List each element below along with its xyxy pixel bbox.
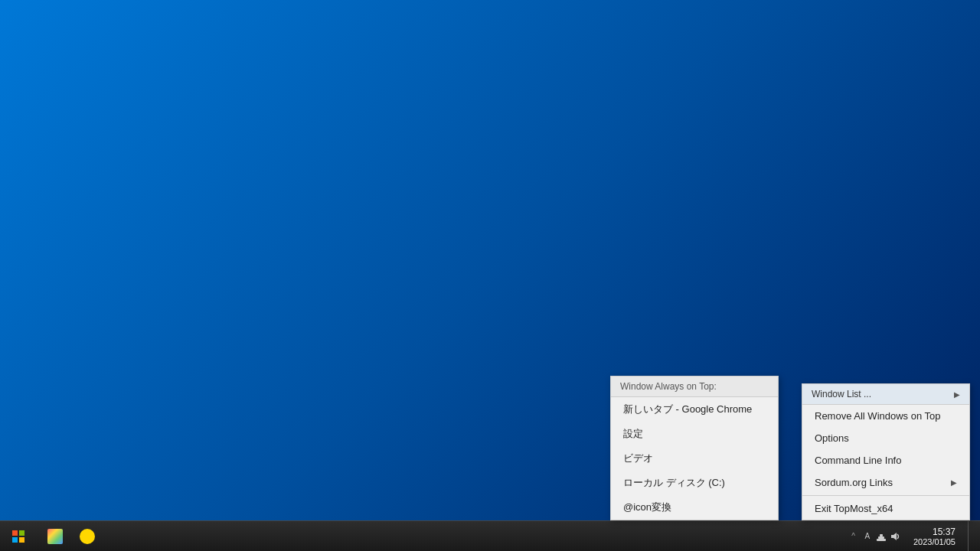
sordum-submenu-arrow: ▶ xyxy=(951,478,957,487)
svg-rect-2 xyxy=(880,534,883,536)
desktop: Window Always on Top: 新しいタブ - Google Chr… xyxy=(0,0,980,551)
menu-item-command-line-info[interactable]: Command Line Info xyxy=(802,449,969,471)
notification-area: A xyxy=(861,530,901,543)
taskbar-items xyxy=(37,521,845,551)
menu-item-icon-converter[interactable]: @icon変換 xyxy=(611,495,778,520)
start-icon-green xyxy=(19,530,24,536)
taskbar-app-item-yellow[interactable] xyxy=(72,523,103,550)
start-icon-yellow xyxy=(19,537,24,543)
colorful-app-icon xyxy=(47,529,63,544)
start-icon-red xyxy=(12,530,18,536)
menu-item-exit[interactable]: Exit TopMost_x64 xyxy=(802,497,969,520)
clock-time: 15:37 xyxy=(933,527,956,537)
menu-item-sordum-links[interactable]: Sordum.org Links ▶ xyxy=(802,471,969,494)
system-tray: ^ A 15:37 xyxy=(845,521,980,552)
windows-logo-icon xyxy=(12,530,24,543)
start-icon-blue xyxy=(12,537,18,543)
start-button[interactable] xyxy=(0,521,37,552)
right-menu-header-label: Window List ... xyxy=(812,389,871,399)
menu-item-localdisk[interactable]: ローカル ディスク (C:) xyxy=(611,471,778,495)
svg-marker-3 xyxy=(891,533,897,540)
menu-divider xyxy=(802,495,969,496)
tray-chevron-icon[interactable]: ^ xyxy=(851,532,855,540)
system-clock[interactable]: 15:37 2023/01/05 xyxy=(907,527,962,546)
menu-item-remove-all[interactable]: Remove All Windows on Top xyxy=(802,405,969,427)
yellow-app-icon xyxy=(80,529,95,544)
right-menu-header: Window List ... ▶ xyxy=(802,384,969,405)
menu-item-options[interactable]: Options xyxy=(802,427,969,449)
svg-rect-1 xyxy=(878,536,884,539)
menu-item-settings[interactable]: 設定 xyxy=(611,422,778,446)
taskbar: ^ A 15:37 xyxy=(0,520,980,551)
menu-item-video[interactable]: ビデオ xyxy=(611,446,778,471)
left-menu-header: Window Always on Top: xyxy=(611,377,778,397)
show-desktop-button[interactable] xyxy=(968,521,974,552)
menu-item-chrome[interactable]: 新しいタブ - Google Chrome xyxy=(611,397,778,422)
tray-volume-icon[interactable] xyxy=(889,530,901,543)
tray-keyboard-icon[interactable]: A xyxy=(861,530,874,543)
left-context-menu: Window Always on Top: 新しいタブ - Google Chr… xyxy=(610,376,779,520)
svg-rect-0 xyxy=(877,539,886,541)
clock-date: 2023/01/05 xyxy=(913,537,956,546)
tray-network-icon[interactable] xyxy=(875,530,887,543)
right-menu-arrow: ▶ xyxy=(954,390,960,399)
taskbar-app-item-colorful[interactable] xyxy=(40,523,70,550)
right-context-menu: Window List ... ▶ Remove All Windows on … xyxy=(802,383,970,520)
